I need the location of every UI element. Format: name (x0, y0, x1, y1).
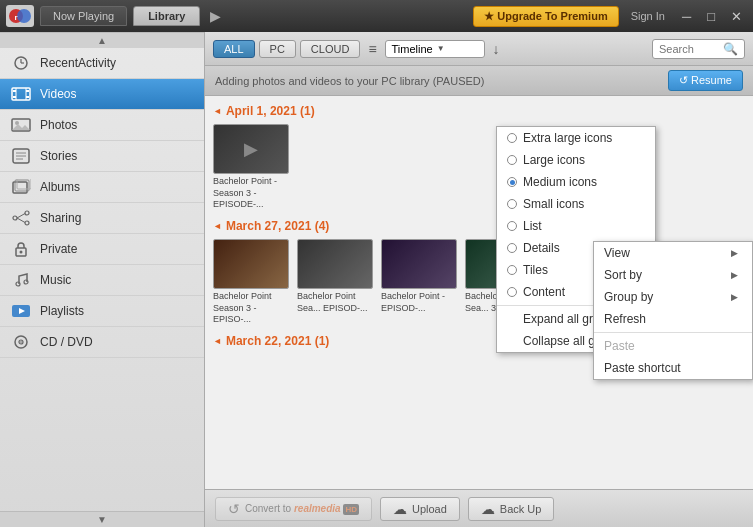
sidebar-label-videos: Videos (40, 87, 76, 101)
sidebar-item-sharing[interactable]: Sharing (0, 203, 204, 234)
filter-all-button[interactable]: ALL (213, 40, 255, 58)
list-item[interactable]: ▶ Bachelor Point - Season 3 - EPISODE-..… (213, 124, 291, 211)
svg-text:r: r (14, 13, 17, 22)
sidebar-item-cd-dvd[interactable]: CD / DVD (0, 327, 204, 358)
maximize-button[interactable]: □ (702, 9, 720, 24)
svg-line-25 (17, 214, 25, 219)
sidebar-label-stories: Stories (40, 149, 77, 163)
sub-details-label: Details (523, 241, 560, 255)
upload-button[interactable]: ☁ Upload (380, 497, 460, 521)
ctx-groupby[interactable]: Group by ▶ (594, 286, 752, 308)
thumb-row-apr: ▶ Bachelor Point - Season 3 - EPISODE-..… (213, 120, 745, 215)
radio-small (507, 199, 517, 209)
radio-tiles (507, 265, 517, 275)
radio-extra-large (507, 133, 517, 143)
svg-point-35 (20, 341, 22, 343)
sort-icon[interactable]: ≡ (364, 39, 380, 59)
ctx-refresh[interactable]: Refresh (594, 308, 752, 330)
ctx-arrow: ▶ (731, 248, 738, 258)
ctx-paste-shortcut[interactable]: Paste shortcut (594, 357, 752, 379)
sub-tiles-label: Tiles (523, 263, 548, 277)
list-item[interactable]: Bachelor Point - EPISOD-... (381, 239, 459, 326)
resume-button[interactable]: ↺ Resume (668, 70, 743, 91)
upload-icon: ☁ (393, 501, 407, 517)
svg-rect-11 (26, 90, 29, 92)
item-label: Bachelor Point - Season 3 - EPISODE-... (213, 176, 291, 211)
sidebar-label-photos: Photos (40, 118, 77, 132)
ctx-view[interactable]: View ▶ (594, 242, 752, 264)
ctx-sortby[interactable]: Sort by ▶ (594, 264, 752, 286)
thumbnail (381, 239, 457, 289)
svg-rect-6 (12, 88, 30, 100)
sidebar-label-cd-dvd: CD / DVD (40, 335, 93, 349)
sub-medium[interactable]: Medium icons (497, 171, 655, 193)
close-button[interactable]: ✕ (726, 9, 747, 24)
sub-large-label: Large icons (523, 153, 585, 167)
sidebar-item-private[interactable]: Private (0, 234, 204, 265)
ctx-paste-label: Paste (604, 339, 635, 353)
disc-icon (10, 333, 32, 351)
list-item[interactable]: Bachelor Point Season 3 - EPISO-... (213, 239, 291, 326)
radio-large (507, 155, 517, 165)
convert-button[interactable]: ↺ Convert to realmedia HD (215, 497, 372, 521)
ctx-separator (594, 332, 752, 333)
sidebar-label-albums: Albums (40, 180, 80, 194)
sidebar-item-albums[interactable]: Albums (0, 172, 204, 203)
svg-point-23 (25, 221, 29, 225)
radio-medium (507, 177, 517, 187)
sidebar-scroll-down[interactable]: ▼ (0, 511, 204, 527)
svg-point-1 (17, 9, 31, 23)
ctx-paste-shortcut-label: Paste shortcut (604, 361, 681, 375)
thumbnail: ▶ (213, 124, 289, 174)
tab-library[interactable]: Library (133, 6, 200, 26)
timeline-select[interactable]: Timeline ▼ (385, 40, 485, 58)
convert-icon: ↺ (228, 501, 240, 517)
list-item[interactable]: Bachelor Point Sea... EPISOD-... (297, 239, 375, 326)
svg-point-28 (20, 251, 23, 254)
main-layout: ▲ RecentActivity Videos Photos (0, 32, 753, 527)
sidebar-item-recent-activity[interactable]: RecentActivity (0, 48, 204, 79)
image-icon (10, 116, 32, 134)
backup-button[interactable]: ☁ Back Up (468, 497, 555, 521)
share-icon (10, 209, 32, 227)
minimize-button[interactable]: ─ (677, 9, 696, 24)
sidebar-item-music[interactable]: Music (0, 265, 204, 296)
upgrade-button[interactable]: ★ Upgrade To Premium (473, 6, 618, 27)
search-input[interactable] (659, 43, 719, 55)
convert-text: Convert to realmedia HD (245, 503, 359, 514)
tab-nowplaying[interactable]: Now Playing (40, 6, 127, 26)
sub-extra-large[interactable]: Extra large icons (497, 127, 655, 149)
ctx-arrow: ▶ (731, 292, 738, 302)
thumbnail (297, 239, 373, 289)
sub-medium-label: Medium icons (523, 175, 597, 189)
ctx-sortby-label: Sort by (604, 268, 642, 282)
sub-list[interactable]: List (497, 215, 655, 237)
search-icon[interactable]: 🔍 (723, 42, 738, 56)
timeline-arrow: ▼ (437, 44, 445, 53)
filter-pc-button[interactable]: PC (259, 40, 296, 58)
date-group-mar27: March 27, 2021 (4) (213, 215, 745, 235)
sort-down-icon[interactable]: ↓ (489, 39, 504, 59)
timeline-label: Timeline (392, 43, 433, 55)
sidebar: ▲ RecentActivity Videos Photos (0, 32, 205, 527)
sidebar-item-stories[interactable]: Stories (0, 141, 204, 172)
sidebar-scroll: RecentActivity Videos Photos Stories (0, 48, 204, 511)
sidebar-item-photos[interactable]: Photos (0, 110, 204, 141)
ctx-view-label: View (604, 246, 630, 260)
svg-line-26 (17, 218, 25, 223)
sidebar-item-videos[interactable]: Videos (0, 79, 204, 110)
sidebar-label-music: Music (40, 273, 71, 287)
sub-small[interactable]: Small icons (497, 193, 655, 215)
ctx-paste[interactable]: Paste (594, 335, 752, 357)
file-area[interactable]: April 1, 2021 (1) ▶ Bachelor Point - Sea… (205, 96, 753, 489)
sidebar-item-playlists[interactable]: Playlists (0, 296, 204, 327)
sub-large[interactable]: Large icons (497, 149, 655, 171)
filter-cloud-button[interactable]: CLOUD (300, 40, 361, 58)
upload-label: Upload (412, 503, 447, 515)
signin-button[interactable]: Sign In (625, 7, 671, 25)
svg-point-22 (25, 211, 29, 215)
tab-arrow[interactable]: ▶ (206, 8, 225, 24)
titlebar: r Now Playing Library ▶ ★ Upgrade To Pre… (0, 0, 753, 32)
sidebar-scroll-up[interactable]: ▲ (0, 32, 204, 48)
convert-brand: realmedia (294, 503, 341, 514)
